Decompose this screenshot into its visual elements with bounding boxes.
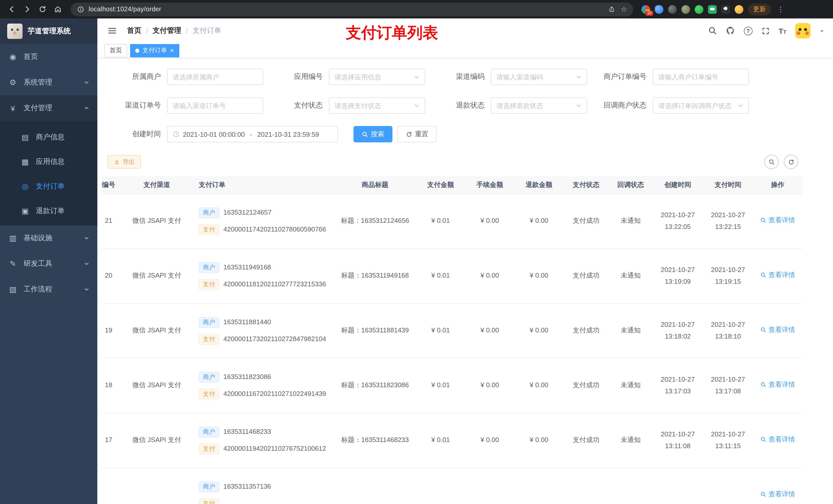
extension-icon-green-circle[interactable]: [695, 5, 704, 14]
extension-icon-colorful[interactable]: 10: [641, 5, 650, 14]
browser-menu-icon[interactable]: ⋮: [776, 5, 786, 13]
channel-code-select[interactable]: [491, 69, 587, 85]
tab-close-icon[interactable]: ×: [170, 47, 174, 54]
github-icon[interactable]: [726, 26, 735, 35]
app-grid-icon: ▦: [21, 157, 30, 166]
filter-channel-order-no: 渠道订单号: [112, 97, 263, 114]
browser-update-button[interactable]: 更新: [748, 3, 771, 15]
cell-refund: ¥ 0.00: [514, 248, 564, 303]
col-channel: 支付渠道: [123, 176, 191, 194]
refund-status-select[interactable]: [491, 97, 587, 114]
col-fee: 手续金额: [465, 176, 514, 194]
extension-icon-dark-sphere[interactable]: [668, 5, 677, 14]
col-status: 支付状态: [564, 176, 609, 194]
browser-back-button[interactable]: [5, 3, 19, 16]
breadcrumb-payment[interactable]: 支付管理: [153, 26, 181, 35]
col-id: 编号: [101, 176, 123, 194]
user-avatar[interactable]: [795, 23, 810, 39]
cell-amount: ¥ 0.01: [416, 303, 465, 358]
merchant-badge: 商户: [199, 426, 219, 437]
app-no-input[interactable]: [335, 73, 411, 81]
cell-pay-time: 2021-10-27 13:19:15: [703, 248, 753, 303]
tab-home[interactable]: 首页: [104, 44, 127, 57]
filter-merchant-order-no: 商户订单编号: [597, 69, 749, 85]
channel-order-no-input[interactable]: [173, 102, 258, 110]
reset-button[interactable]: 重置: [398, 126, 436, 142]
tab-pay-order[interactable]: 支付订单 ×: [130, 44, 179, 57]
help-icon[interactable]: ?: [744, 26, 752, 35]
merchant-order-no-input[interactable]: [658, 73, 743, 81]
browser-forward-button[interactable]: [21, 3, 34, 16]
sidebar-item-home[interactable]: ◉ 首页: [0, 44, 97, 70]
cell-order: 商户 1635311823086 支付 42000011672021102710…: [191, 371, 334, 399]
channel-order-no-field[interactable]: [167, 97, 263, 114]
cell-order: 商户 1635311881440 支付 42000011732021102728…: [191, 317, 334, 344]
notify-status-select[interactable]: [653, 97, 749, 114]
create-time-range-picker[interactable]: 2021-10-01 00:00:00 - 2021-10-31 23:59:5…: [167, 126, 338, 142]
sidebar-item-dev-tools[interactable]: ✎ 研发工具: [0, 251, 97, 277]
app-no-select[interactable]: [329, 69, 425, 85]
site-info-icon[interactable]: [77, 5, 85, 13]
breadcrumb-home[interactable]: 首页: [127, 26, 141, 35]
view-detail-link[interactable]: 查看详情: [760, 379, 795, 390]
avatar-caret-icon[interactable]: [819, 28, 825, 33]
extension-icon-pin[interactable]: [721, 5, 730, 14]
channel-code-input[interactable]: [496, 73, 573, 81]
view-detail-label: 查看详情: [768, 489, 795, 500]
select-chevron-icon: [576, 103, 581, 108]
view-detail-link[interactable]: 查看详情: [760, 215, 795, 226]
merchant-select[interactable]: [167, 69, 263, 85]
fullscreen-icon[interactable]: [761, 26, 770, 35]
sidebar-item-system[interactable]: ⚙ 系统管理: [0, 70, 97, 95]
view-detail-link[interactable]: 查看详情: [760, 325, 795, 336]
pay-status-input[interactable]: [335, 102, 411, 110]
view-detail-link[interactable]: 查看详情: [760, 434, 795, 446]
sidebar-item-app-info[interactable]: ▦ 应用信息: [0, 149, 97, 174]
search-icon: [760, 272, 766, 279]
search-filter-form: 所属商户 应用编号: [97, 58, 833, 142]
cell-order: 商户 1635311357136 支付: [191, 481, 334, 504]
notify-status-input[interactable]: [658, 102, 735, 110]
share-icon[interactable]: [609, 6, 616, 13]
font-size-icon[interactable]: TT: [779, 26, 786, 35]
search-icon: [760, 382, 766, 388]
pay-badge: 支付: [199, 388, 219, 399]
cell-refund: ¥ 0.00: [514, 303, 564, 358]
toggle-search-button[interactable]: [764, 155, 779, 169]
breadcrumb-separator: /: [186, 27, 188, 35]
header-search-icon[interactable]: [708, 26, 717, 35]
sidebar-item-payment[interactable]: ¥ 支付管理: [0, 95, 97, 121]
merchant-order-no-field[interactable]: [653, 69, 749, 85]
browser-profile-avatar[interactable]: [735, 5, 743, 14]
filter-merchant-order-no-label: 商户订单编号: [597, 72, 646, 81]
address-bar[interactable]: localhost:1024/pay/order ☆: [71, 2, 633, 16]
search-button[interactable]: 搜索: [354, 126, 392, 142]
cell-create-time: 2021-10-27 13:18:02: [653, 303, 703, 358]
refund-status-input[interactable]: [496, 102, 573, 110]
sidebar-item-pay-order[interactable]: ◎ 支付订单: [0, 174, 97, 199]
export-button[interactable]: 导出: [108, 155, 141, 169]
sidebar-item-infrastructure[interactable]: ▥ 基础设施: [0, 225, 97, 251]
hamburger-icon[interactable]: [105, 24, 119, 38]
browser-home-button[interactable]: [51, 3, 65, 16]
sidebar-item-dev-tools-label: 研发工具: [24, 259, 52, 268]
cell-status: 支付成功: [564, 194, 609, 248]
extension-icon-blue-drop[interactable]: [655, 5, 663, 14]
sidebar-item-workflow[interactable]: ▧ 工作流程: [0, 277, 97, 302]
refresh-table-button[interactable]: [784, 155, 798, 169]
merchant-input[interactable]: [173, 73, 258, 81]
view-detail-link[interactable]: 查看详情: [760, 489, 795, 500]
sidebar-item-merchant-info[interactable]: ▤ 商户信息: [0, 125, 97, 149]
extension-icon-olive-sphere[interactable]: [681, 5, 690, 14]
sidebar-item-refund-order[interactable]: ▣ 退款订单: [0, 199, 97, 223]
cell-id: 20: [101, 248, 123, 303]
sidebar-item-app-info-label: 应用信息: [36, 157, 65, 166]
extension-icon-green-chat[interactable]: [708, 5, 717, 14]
cell-fee: ¥ 0.00: [465, 413, 514, 467]
bookmark-star-icon[interactable]: ☆: [621, 6, 627, 13]
view-detail-link[interactable]: 查看详情: [760, 270, 795, 281]
pay-status-select[interactable]: [329, 97, 425, 114]
cell-status: 支付成功: [564, 358, 609, 413]
browser-reload-button[interactable]: [36, 3, 49, 16]
pay-order-no: 4200001173202110272847982104: [223, 334, 326, 344]
